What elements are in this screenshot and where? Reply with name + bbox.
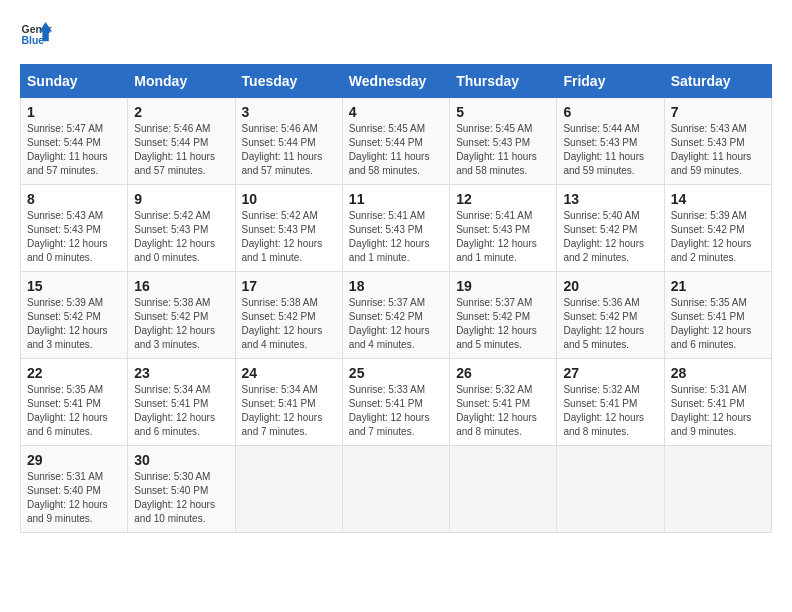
calendar-week-row: 29Sunrise: 5:31 AM Sunset: 5:40 PM Dayli… xyxy=(21,446,772,533)
calendar-day-cell: 27Sunrise: 5:32 AM Sunset: 5:41 PM Dayli… xyxy=(557,359,664,446)
day-number: 24 xyxy=(242,365,336,381)
calendar-week-row: 15Sunrise: 5:39 AM Sunset: 5:42 PM Dayli… xyxy=(21,272,772,359)
day-number: 1 xyxy=(27,104,121,120)
day-number: 21 xyxy=(671,278,765,294)
day-info: Sunrise: 5:42 AM Sunset: 5:43 PM Dayligh… xyxy=(134,209,228,265)
day-info: Sunrise: 5:44 AM Sunset: 5:43 PM Dayligh… xyxy=(563,122,657,178)
day-number: 2 xyxy=(134,104,228,120)
day-info: Sunrise: 5:38 AM Sunset: 5:42 PM Dayligh… xyxy=(242,296,336,352)
calendar-day-cell: 8Sunrise: 5:43 AM Sunset: 5:43 PM Daylig… xyxy=(21,185,128,272)
day-of-week-header: Tuesday xyxy=(235,65,342,98)
calendar-header-row: SundayMondayTuesdayWednesdayThursdayFrid… xyxy=(21,65,772,98)
day-info: Sunrise: 5:40 AM Sunset: 5:42 PM Dayligh… xyxy=(563,209,657,265)
day-of-week-header: Monday xyxy=(128,65,235,98)
day-info: Sunrise: 5:47 AM Sunset: 5:44 PM Dayligh… xyxy=(27,122,121,178)
day-info: Sunrise: 5:39 AM Sunset: 5:42 PM Dayligh… xyxy=(27,296,121,352)
calendar-day-cell: 11Sunrise: 5:41 AM Sunset: 5:43 PM Dayli… xyxy=(342,185,449,272)
logo: General Blue xyxy=(20,20,52,48)
day-number: 22 xyxy=(27,365,121,381)
day-number: 8 xyxy=(27,191,121,207)
day-number: 7 xyxy=(671,104,765,120)
calendar-day-cell: 13Sunrise: 5:40 AM Sunset: 5:42 PM Dayli… xyxy=(557,185,664,272)
calendar-day-cell xyxy=(450,446,557,533)
day-info: Sunrise: 5:43 AM Sunset: 5:43 PM Dayligh… xyxy=(27,209,121,265)
calendar-day-cell: 30Sunrise: 5:30 AM Sunset: 5:40 PM Dayli… xyxy=(128,446,235,533)
day-info: Sunrise: 5:32 AM Sunset: 5:41 PM Dayligh… xyxy=(563,383,657,439)
day-number: 6 xyxy=(563,104,657,120)
calendar-day-cell: 5Sunrise: 5:45 AM Sunset: 5:43 PM Daylig… xyxy=(450,98,557,185)
calendar-week-row: 8Sunrise: 5:43 AM Sunset: 5:43 PM Daylig… xyxy=(21,185,772,272)
day-info: Sunrise: 5:32 AM Sunset: 5:41 PM Dayligh… xyxy=(456,383,550,439)
day-number: 18 xyxy=(349,278,443,294)
calendar-day-cell: 29Sunrise: 5:31 AM Sunset: 5:40 PM Dayli… xyxy=(21,446,128,533)
day-number: 15 xyxy=(27,278,121,294)
day-info: Sunrise: 5:35 AM Sunset: 5:41 PM Dayligh… xyxy=(27,383,121,439)
calendar-day-cell: 4Sunrise: 5:45 AM Sunset: 5:44 PM Daylig… xyxy=(342,98,449,185)
calendar-day-cell: 7Sunrise: 5:43 AM Sunset: 5:43 PM Daylig… xyxy=(664,98,771,185)
calendar-day-cell: 21Sunrise: 5:35 AM Sunset: 5:41 PM Dayli… xyxy=(664,272,771,359)
calendar-day-cell: 28Sunrise: 5:31 AM Sunset: 5:41 PM Dayli… xyxy=(664,359,771,446)
day-of-week-header: Friday xyxy=(557,65,664,98)
day-number: 29 xyxy=(27,452,121,468)
day-info: Sunrise: 5:39 AM Sunset: 5:42 PM Dayligh… xyxy=(671,209,765,265)
day-info: Sunrise: 5:46 AM Sunset: 5:44 PM Dayligh… xyxy=(242,122,336,178)
day-info: Sunrise: 5:41 AM Sunset: 5:43 PM Dayligh… xyxy=(456,209,550,265)
day-number: 12 xyxy=(456,191,550,207)
calendar-day-cell: 16Sunrise: 5:38 AM Sunset: 5:42 PM Dayli… xyxy=(128,272,235,359)
day-info: Sunrise: 5:34 AM Sunset: 5:41 PM Dayligh… xyxy=(242,383,336,439)
day-number: 11 xyxy=(349,191,443,207)
day-info: Sunrise: 5:36 AM Sunset: 5:42 PM Dayligh… xyxy=(563,296,657,352)
calendar-day-cell: 17Sunrise: 5:38 AM Sunset: 5:42 PM Dayli… xyxy=(235,272,342,359)
day-number: 20 xyxy=(563,278,657,294)
day-info: Sunrise: 5:38 AM Sunset: 5:42 PM Dayligh… xyxy=(134,296,228,352)
page-header: General Blue xyxy=(20,20,772,48)
calendar-day-cell: 19Sunrise: 5:37 AM Sunset: 5:42 PM Dayli… xyxy=(450,272,557,359)
day-info: Sunrise: 5:43 AM Sunset: 5:43 PM Dayligh… xyxy=(671,122,765,178)
calendar-day-cell: 3Sunrise: 5:46 AM Sunset: 5:44 PM Daylig… xyxy=(235,98,342,185)
day-number: 25 xyxy=(349,365,443,381)
calendar-day-cell: 1Sunrise: 5:47 AM Sunset: 5:44 PM Daylig… xyxy=(21,98,128,185)
svg-text:Blue: Blue xyxy=(22,35,45,46)
day-info: Sunrise: 5:30 AM Sunset: 5:40 PM Dayligh… xyxy=(134,470,228,526)
day-info: Sunrise: 5:35 AM Sunset: 5:41 PM Dayligh… xyxy=(671,296,765,352)
calendar-day-cell: 10Sunrise: 5:42 AM Sunset: 5:43 PM Dayli… xyxy=(235,185,342,272)
calendar-day-cell: 6Sunrise: 5:44 AM Sunset: 5:43 PM Daylig… xyxy=(557,98,664,185)
day-number: 28 xyxy=(671,365,765,381)
calendar-week-row: 1Sunrise: 5:47 AM Sunset: 5:44 PM Daylig… xyxy=(21,98,772,185)
day-number: 14 xyxy=(671,191,765,207)
day-of-week-header: Sunday xyxy=(21,65,128,98)
day-of-week-header: Thursday xyxy=(450,65,557,98)
calendar-day-cell xyxy=(235,446,342,533)
day-info: Sunrise: 5:46 AM Sunset: 5:44 PM Dayligh… xyxy=(134,122,228,178)
calendar-day-cell xyxy=(664,446,771,533)
calendar-day-cell: 18Sunrise: 5:37 AM Sunset: 5:42 PM Dayli… xyxy=(342,272,449,359)
day-number: 17 xyxy=(242,278,336,294)
day-number: 4 xyxy=(349,104,443,120)
day-info: Sunrise: 5:31 AM Sunset: 5:40 PM Dayligh… xyxy=(27,470,121,526)
day-info: Sunrise: 5:34 AM Sunset: 5:41 PM Dayligh… xyxy=(134,383,228,439)
day-info: Sunrise: 5:31 AM Sunset: 5:41 PM Dayligh… xyxy=(671,383,765,439)
calendar-day-cell: 23Sunrise: 5:34 AM Sunset: 5:41 PM Dayli… xyxy=(128,359,235,446)
day-number: 13 xyxy=(563,191,657,207)
day-info: Sunrise: 5:33 AM Sunset: 5:41 PM Dayligh… xyxy=(349,383,443,439)
day-number: 16 xyxy=(134,278,228,294)
day-of-week-header: Saturday xyxy=(664,65,771,98)
day-number: 5 xyxy=(456,104,550,120)
day-number: 19 xyxy=(456,278,550,294)
calendar-week-row: 22Sunrise: 5:35 AM Sunset: 5:41 PM Dayli… xyxy=(21,359,772,446)
calendar-day-cell: 24Sunrise: 5:34 AM Sunset: 5:41 PM Dayli… xyxy=(235,359,342,446)
day-info: Sunrise: 5:37 AM Sunset: 5:42 PM Dayligh… xyxy=(349,296,443,352)
day-of-week-header: Wednesday xyxy=(342,65,449,98)
day-number: 30 xyxy=(134,452,228,468)
day-info: Sunrise: 5:37 AM Sunset: 5:42 PM Dayligh… xyxy=(456,296,550,352)
day-number: 3 xyxy=(242,104,336,120)
calendar-day-cell: 20Sunrise: 5:36 AM Sunset: 5:42 PM Dayli… xyxy=(557,272,664,359)
calendar-table: SundayMondayTuesdayWednesdayThursdayFrid… xyxy=(20,64,772,533)
calendar-day-cell: 25Sunrise: 5:33 AM Sunset: 5:41 PM Dayli… xyxy=(342,359,449,446)
calendar-day-cell xyxy=(557,446,664,533)
calendar-day-cell: 12Sunrise: 5:41 AM Sunset: 5:43 PM Dayli… xyxy=(450,185,557,272)
day-number: 27 xyxy=(563,365,657,381)
day-number: 9 xyxy=(134,191,228,207)
day-number: 26 xyxy=(456,365,550,381)
day-info: Sunrise: 5:42 AM Sunset: 5:43 PM Dayligh… xyxy=(242,209,336,265)
